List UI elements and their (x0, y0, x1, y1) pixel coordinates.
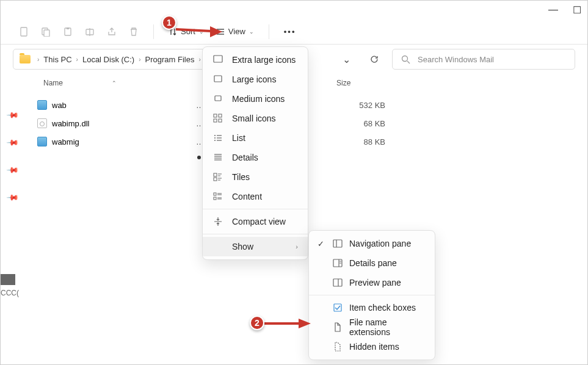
column-size[interactable]: Size (336, 79, 397, 87)
submenu-arrow-icon: › (296, 243, 298, 250)
menu-medium-icons[interactable]: Medium icons (203, 89, 308, 109)
svg-rect-17 (214, 119, 217, 122)
sort-caret-icon: ⌃ (112, 80, 117, 86)
view-menu: Extra large icons Large icons Medium ico… (202, 46, 308, 260)
svg-rect-15 (214, 114, 217, 117)
menu-navigation-pane[interactable]: ✓Navigation pane (309, 234, 435, 253)
exe-icon (37, 100, 47, 110)
menu-show[interactable]: Show› (203, 237, 308, 256)
menu-content[interactable]: Content (203, 187, 308, 206)
svg-rect-29 (214, 173, 217, 176)
callout-1: 1 (162, 15, 176, 30)
breadcrumb-item[interactable]: Local Disk (C:) (80, 55, 137, 64)
callout-2: 2 (250, 316, 264, 330)
sidebar-bottom: CCC( (1, 274, 25, 297)
menu-large-icons[interactable]: Large icons (203, 70, 308, 89)
svg-rect-32 (214, 178, 217, 181)
breadcrumb-item[interactable]: Program Files (143, 55, 197, 64)
paste-button[interactable] (63, 27, 73, 37)
pin-icon[interactable]: 📌 (6, 109, 20, 122)
menu-details[interactable]: Details (203, 148, 308, 167)
refresh-button[interactable] (364, 49, 385, 70)
svg-rect-41 (333, 240, 342, 247)
search-placeholder: Search Windows Mail (418, 55, 494, 64)
sidebar-text: CCC( (1, 289, 25, 297)
minimize-button[interactable]: — (549, 5, 557, 14)
svg-rect-0 (21, 27, 27, 36)
maximize-button[interactable]: ☐ (573, 5, 581, 14)
column-name[interactable]: Name⌃ (25, 79, 196, 87)
menu-item-checkboxes[interactable]: Item check boxes (309, 298, 435, 317)
svg-point-10 (402, 56, 408, 61)
show-submenu: ✓Navigation pane Details pane Preview pa… (308, 230, 435, 360)
pin-sidebar: 📌 📌 📌 📌 (1, 74, 25, 349)
svg-point-21 (214, 137, 216, 139)
pin-icon[interactable]: 📌 (6, 136, 20, 150)
svg-rect-13 (214, 76, 222, 82)
svg-rect-38 (214, 197, 216, 200)
menu-compact-view[interactable]: Compact view (203, 212, 308, 231)
share-button[interactable] (107, 27, 117, 37)
new-button[interactable] (19, 27, 29, 37)
svg-rect-47 (333, 279, 342, 286)
pin-icon[interactable]: 📌 (6, 164, 20, 177)
svg-marker-51 (210, 26, 222, 37)
menu-list[interactable]: List (203, 128, 308, 148)
breadcrumb-item[interactable]: This PC (41, 55, 74, 64)
dll-icon (37, 118, 47, 128)
chevron-icon[interactable]: › (74, 56, 80, 63)
menu-hidden-items[interactable]: Hidden items (309, 337, 435, 356)
svg-rect-16 (219, 114, 222, 117)
menu-file-name-extensions[interactable]: File name extensions (309, 317, 435, 337)
svg-rect-4 (67, 27, 69, 29)
svg-line-50 (176, 29, 211, 31)
svg-rect-12 (214, 56, 222, 62)
chevron-icon[interactable]: › (35, 56, 41, 63)
rename-button[interactable] (85, 27, 95, 37)
search-icon (401, 55, 410, 64)
toolbar: Sort ⌄ View ⌄ ••• (1, 19, 587, 45)
svg-point-23 (214, 140, 216, 141)
svg-rect-18 (219, 119, 222, 122)
recent-dropdown[interactable]: ⌄ (336, 49, 357, 70)
window-titlebar: — ☐ (1, 1, 587, 19)
menu-small-icons[interactable]: Small icons (203, 109, 308, 128)
more-button[interactable]: ••• (284, 27, 296, 36)
search-input[interactable]: Search Windows Mail (392, 49, 575, 70)
menu-tiles[interactable]: Tiles (203, 167, 308, 187)
copy-button[interactable] (41, 27, 51, 37)
chevron-icon[interactable]: › (137, 56, 142, 63)
svg-marker-53 (299, 319, 311, 328)
drive-icon[interactable] (1, 274, 15, 285)
exe-icon (37, 137, 47, 146)
arrow-1 (175, 20, 223, 38)
check-icon: ✓ (315, 239, 326, 248)
menu-extra-large-icons[interactable]: Extra large icons (203, 50, 308, 70)
svg-rect-49 (334, 304, 341, 311)
svg-point-19 (214, 135, 216, 136)
folder-icon (20, 55, 31, 63)
menu-details-pane[interactable]: Details pane (309, 253, 435, 273)
arrow-2 (263, 316, 312, 334)
view-label: View (228, 27, 245, 36)
svg-line-11 (407, 61, 410, 63)
selected-bullet-icon (197, 156, 201, 159)
svg-rect-2 (44, 30, 49, 37)
address-bar[interactable]: › This PC › Local Disk (C:) › Program Fi… (13, 49, 209, 70)
pin-icon[interactable]: 📌 (6, 191, 20, 204)
delete-button[interactable] (129, 27, 139, 37)
svg-rect-14 (215, 96, 221, 101)
menu-preview-pane[interactable]: Preview pane (309, 273, 435, 292)
svg-rect-35 (214, 193, 216, 195)
